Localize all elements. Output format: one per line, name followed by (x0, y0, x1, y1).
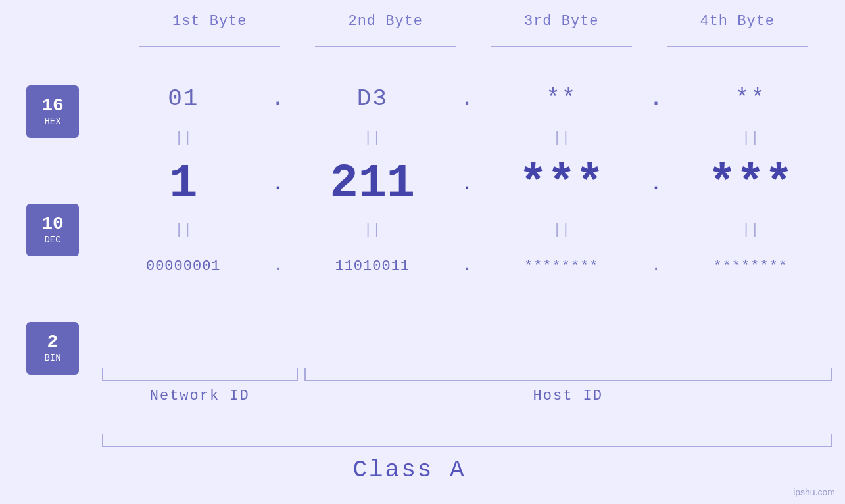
bracket-byte4 (650, 46, 826, 47)
dec-dot2: . (454, 173, 480, 195)
bracket-line-3 (491, 46, 632, 47)
eq2-byte3: || (480, 222, 643, 239)
hex-dot1: . (265, 85, 291, 112)
bin-base: BIN (44, 353, 60, 363)
dec-byte1: 1 (102, 157, 265, 211)
dec-dot1: . (265, 173, 291, 195)
network-id-label: Network ID (102, 388, 298, 404)
byte2-header: 2nd Byte (298, 13, 474, 30)
network-id-bracket (102, 368, 298, 381)
bin-byte2: 11010011 (291, 258, 454, 275)
hex-base: HEX (44, 116, 60, 127)
bracket-byte2 (298, 46, 474, 47)
hex-byte2: D3 (291, 85, 454, 112)
eq1-byte3: || (480, 130, 643, 147)
hex-byte3: ** (480, 85, 643, 112)
eq-row-1: || || || || (102, 125, 832, 151)
bin-byte3: ******** (480, 258, 643, 275)
hex-num: 16 (41, 97, 64, 115)
bin-byte1: 00000001 (102, 258, 265, 275)
bracket-line-1 (139, 46, 280, 47)
bin-row: 00000001 . 11010011 . ******** . *******… (102, 243, 832, 289)
bracket-byte3 (473, 46, 650, 47)
bottom-brackets (102, 368, 832, 381)
eq1-byte2: || (291, 130, 454, 147)
content-grid: 01 . D3 . ** . ** || || || || 1 . 211 . … (102, 72, 832, 289)
bin-dot2: . (454, 258, 480, 275)
bracket-byte1 (122, 46, 298, 47)
hex-dot2: . (454, 85, 480, 112)
bin-num: 2 (47, 333, 59, 352)
bin-byte4: ******** (669, 258, 833, 275)
byte3-header: 3rd Byte (473, 13, 650, 30)
hex-dot3: . (643, 85, 669, 112)
eq2-byte2: || (291, 222, 454, 239)
host-id-label: Host ID (304, 388, 833, 404)
hex-label-box: 16 HEX (26, 85, 79, 138)
bracket-line-2 (315, 46, 456, 47)
watermark: ipshu.com (793, 487, 835, 497)
base-labels: 16 HEX 10 DEC 2 BIN (26, 85, 79, 375)
overall-bracket (102, 434, 832, 447)
hex-byte1: 01 (102, 85, 265, 112)
eq1-byte1: || (102, 130, 265, 147)
bracket-line-4 (667, 46, 808, 47)
eq2-byte4: || (669, 222, 833, 239)
dec-base: DEC (44, 235, 60, 245)
byte4-header: 4th Byte (650, 13, 826, 30)
bin-dot3: . (643, 258, 669, 275)
class-label: Class A (0, 457, 819, 484)
dec-label-box: 10 DEC (26, 204, 79, 256)
hex-row: 01 . D3 . ** . ** (102, 72, 832, 125)
hex-byte4: ** (669, 85, 833, 112)
dec-row: 1 . 211 . *** . *** (102, 151, 832, 217)
bin-dot1: . (265, 258, 291, 275)
dec-dot3: . (643, 173, 669, 195)
top-brackets (122, 46, 825, 47)
eq1-byte4: || (669, 130, 833, 147)
id-labels: Network ID Host ID (102, 388, 832, 404)
dec-byte2: 211 (291, 157, 454, 211)
dec-num: 10 (41, 215, 64, 233)
host-id-bracket (304, 368, 833, 381)
eq2-byte1: || (102, 222, 265, 239)
byte1-header: 1st Byte (122, 13, 298, 30)
byte-headers: 1st Byte 2nd Byte 3rd Byte 4th Byte (122, 13, 825, 30)
dec-byte4: *** (669, 157, 833, 211)
eq-row-2: || || || || (102, 217, 832, 243)
dec-byte3: *** (480, 157, 643, 211)
bin-label-box: 2 BIN (26, 322, 79, 375)
